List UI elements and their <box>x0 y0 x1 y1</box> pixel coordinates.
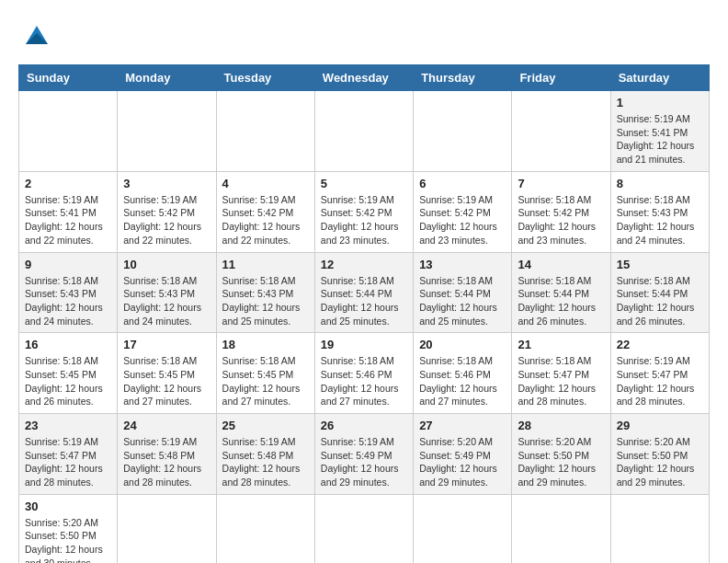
calendar-cell <box>512 494 610 563</box>
day-header-sunday: Sunday <box>19 65 118 91</box>
calendar-cell: 2Sunrise: 5:19 AM Sunset: 5:41 PM Daylig… <box>19 171 118 252</box>
day-number: 6 <box>419 177 506 190</box>
calendar-cell: 23Sunrise: 5:19 AM Sunset: 5:47 PM Dayli… <box>19 414 118 495</box>
day-number: 23 <box>25 419 111 432</box>
calendar-cell: 5Sunrise: 5:19 AM Sunset: 5:42 PM Daylig… <box>314 171 413 252</box>
calendar-cell: 26Sunrise: 5:19 AM Sunset: 5:49 PM Dayli… <box>314 414 413 495</box>
day-number: 5 <box>321 177 407 190</box>
day-info: Sunrise: 5:18 AM Sunset: 5:46 PM Dayligh… <box>321 354 407 408</box>
day-number: 26 <box>321 419 407 432</box>
day-info: Sunrise: 5:19 AM Sunset: 5:42 PM Dayligh… <box>321 193 407 247</box>
day-info: Sunrise: 5:18 AM Sunset: 5:46 PM Dayligh… <box>419 354 506 408</box>
day-number: 30 <box>25 500 111 513</box>
day-info: Sunrise: 5:18 AM Sunset: 5:45 PM Dayligh… <box>25 354 111 408</box>
day-header-tuesday: Tuesday <box>216 65 314 91</box>
calendar-cell <box>414 494 512 563</box>
day-info: Sunrise: 5:19 AM Sunset: 5:42 PM Dayligh… <box>419 193 506 247</box>
day-info: Sunrise: 5:18 AM Sunset: 5:43 PM Dayligh… <box>222 274 309 328</box>
calendar-cell: 19Sunrise: 5:18 AM Sunset: 5:46 PM Dayli… <box>314 333 413 414</box>
calendar-cell: 13Sunrise: 5:18 AM Sunset: 5:44 PM Dayli… <box>414 252 512 333</box>
day-info: Sunrise: 5:19 AM Sunset: 5:41 PM Dayligh… <box>25 193 111 247</box>
calendar-cell: 29Sunrise: 5:20 AM Sunset: 5:50 PM Dayli… <box>610 414 709 495</box>
day-number: 2 <box>25 177 111 190</box>
day-number: 8 <box>617 177 703 190</box>
day-number: 4 <box>222 177 309 190</box>
day-info: Sunrise: 5:19 AM Sunset: 5:48 PM Dayligh… <box>222 435 309 489</box>
day-info: Sunrise: 5:20 AM Sunset: 5:50 PM Dayligh… <box>25 516 111 563</box>
day-number: 14 <box>518 258 604 271</box>
day-info: Sunrise: 5:18 AM Sunset: 5:43 PM Dayligh… <box>617 193 703 247</box>
day-number: 12 <box>321 258 407 271</box>
day-info: Sunrise: 5:19 AM Sunset: 5:47 PM Dayligh… <box>25 435 111 489</box>
day-header-friday: Friday <box>512 65 610 91</box>
calendar-cell <box>314 494 413 563</box>
day-info: Sunrise: 5:18 AM Sunset: 5:44 PM Dayligh… <box>419 274 506 328</box>
day-number: 17 <box>123 338 210 351</box>
logo-icon <box>18 18 55 55</box>
calendar-cell: 20Sunrise: 5:18 AM Sunset: 5:46 PM Dayli… <box>414 333 512 414</box>
calendar-cell: 9Sunrise: 5:18 AM Sunset: 5:43 PM Daylig… <box>19 252 118 333</box>
day-number: 18 <box>222 338 309 351</box>
day-number: 22 <box>617 338 703 351</box>
day-number: 9 <box>25 258 111 271</box>
day-info: Sunrise: 5:20 AM Sunset: 5:49 PM Dayligh… <box>419 435 506 489</box>
day-info: Sunrise: 5:19 AM Sunset: 5:48 PM Dayligh… <box>123 435 210 489</box>
day-number: 24 <box>123 419 210 432</box>
calendar-cell: 4Sunrise: 5:19 AM Sunset: 5:42 PM Daylig… <box>216 171 314 252</box>
calendar-cell <box>19 91 118 172</box>
day-info: Sunrise: 5:18 AM Sunset: 5:44 PM Dayligh… <box>518 274 604 328</box>
calendar-cell: 3Sunrise: 5:19 AM Sunset: 5:42 PM Daylig… <box>118 171 216 252</box>
day-info: Sunrise: 5:20 AM Sunset: 5:50 PM Dayligh… <box>617 435 703 489</box>
calendar-cell <box>314 91 413 172</box>
day-number: 1 <box>617 96 703 109</box>
calendar-cell: 27Sunrise: 5:20 AM Sunset: 5:49 PM Dayli… <box>414 414 512 495</box>
day-number: 7 <box>518 177 604 190</box>
day-info: Sunrise: 5:19 AM Sunset: 5:42 PM Dayligh… <box>222 193 309 247</box>
logo <box>18 18 59 55</box>
calendar-cell <box>118 91 216 172</box>
day-number: 16 <box>25 338 111 351</box>
calendar-cell: 22Sunrise: 5:19 AM Sunset: 5:47 PM Dayli… <box>610 333 709 414</box>
day-number: 19 <box>321 338 407 351</box>
calendar-cell: 28Sunrise: 5:20 AM Sunset: 5:50 PM Dayli… <box>512 414 610 495</box>
calendar-cell: 30Sunrise: 5:20 AM Sunset: 5:50 PM Dayli… <box>19 494 118 563</box>
page-header <box>18 18 710 55</box>
calendar-cell: 6Sunrise: 5:19 AM Sunset: 5:42 PM Daylig… <box>414 171 512 252</box>
calendar-cell <box>216 91 314 172</box>
day-number: 28 <box>518 419 604 432</box>
day-header-monday: Monday <box>118 65 216 91</box>
day-info: Sunrise: 5:19 AM Sunset: 5:41 PM Dayligh… <box>617 112 703 167</box>
calendar-cell: 18Sunrise: 5:18 AM Sunset: 5:45 PM Dayli… <box>216 333 314 414</box>
day-number: 27 <box>419 419 506 432</box>
day-header-saturday: Saturday <box>610 65 709 91</box>
day-header-thursday: Thursday <box>414 65 512 91</box>
calendar-cell: 21Sunrise: 5:18 AM Sunset: 5:47 PM Dayli… <box>512 333 610 414</box>
day-number: 21 <box>518 338 604 351</box>
day-info: Sunrise: 5:18 AM Sunset: 5:47 PM Dayligh… <box>518 354 604 408</box>
day-info: Sunrise: 5:19 AM Sunset: 5:49 PM Dayligh… <box>321 435 407 489</box>
day-info: Sunrise: 5:20 AM Sunset: 5:50 PM Dayligh… <box>518 435 604 489</box>
day-info: Sunrise: 5:18 AM Sunset: 5:42 PM Dayligh… <box>518 193 604 247</box>
day-info: Sunrise: 5:18 AM Sunset: 5:43 PM Dayligh… <box>25 274 111 328</box>
calendar-cell: 12Sunrise: 5:18 AM Sunset: 5:44 PM Dayli… <box>314 252 413 333</box>
calendar-cell: 7Sunrise: 5:18 AM Sunset: 5:42 PM Daylig… <box>512 171 610 252</box>
day-number: 15 <box>617 258 703 271</box>
calendar-cell: 24Sunrise: 5:19 AM Sunset: 5:48 PM Dayli… <box>118 414 216 495</box>
calendar-cell <box>414 91 512 172</box>
calendar-cell: 14Sunrise: 5:18 AM Sunset: 5:44 PM Dayli… <box>512 252 610 333</box>
calendar-cell: 25Sunrise: 5:19 AM Sunset: 5:48 PM Dayli… <box>216 414 314 495</box>
day-info: Sunrise: 5:18 AM Sunset: 5:44 PM Dayligh… <box>321 274 407 328</box>
calendar-cell: 1Sunrise: 5:19 AM Sunset: 5:41 PM Daylig… <box>610 91 709 172</box>
day-number: 20 <box>419 338 506 351</box>
calendar-cell: 17Sunrise: 5:18 AM Sunset: 5:45 PM Dayli… <box>118 333 216 414</box>
day-number: 3 <box>123 177 210 190</box>
calendar-table: SundayMondayTuesdayWednesdayThursdayFrid… <box>18 64 710 563</box>
day-info: Sunrise: 5:18 AM Sunset: 5:45 PM Dayligh… <box>222 354 309 408</box>
calendar-cell: 8Sunrise: 5:18 AM Sunset: 5:43 PM Daylig… <box>610 171 709 252</box>
calendar-cell <box>610 494 709 563</box>
calendar-cell: 16Sunrise: 5:18 AM Sunset: 5:45 PM Dayli… <box>19 333 118 414</box>
calendar-cell <box>118 494 216 563</box>
calendar-cell: 10Sunrise: 5:18 AM Sunset: 5:43 PM Dayli… <box>118 252 216 333</box>
day-info: Sunrise: 5:18 AM Sunset: 5:44 PM Dayligh… <box>617 274 703 328</box>
calendar-cell <box>216 494 314 563</box>
